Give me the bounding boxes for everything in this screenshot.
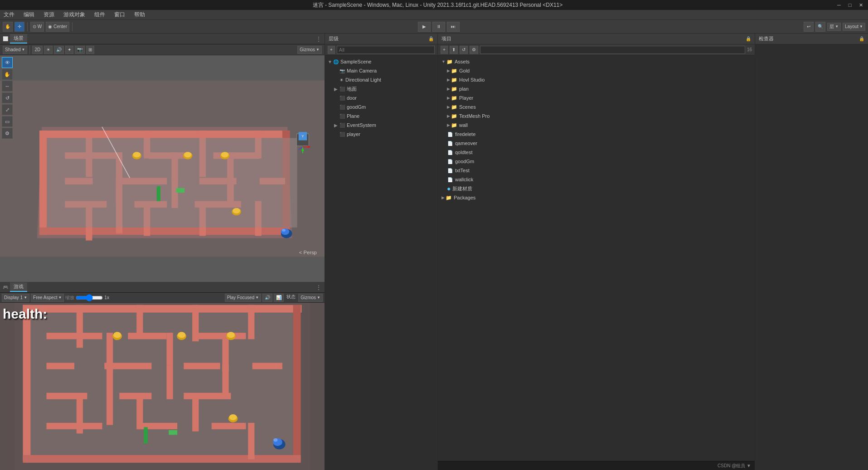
project-search[interactable] xyxy=(480,46,745,54)
scene-canvas[interactable]: Y < Persp 👁 ✋ ↔ ↺ xyxy=(0,55,325,282)
project-item-packages[interactable]: ▶ 📁 Packages xyxy=(438,193,755,202)
audio-button[interactable]: 🔊 xyxy=(54,46,64,54)
hierarchy-tab-label[interactable]: 层级 xyxy=(329,35,339,42)
gizmos-dropdown[interactable]: Gizmos ▼ xyxy=(297,46,322,54)
project-item-gold[interactable]: ▶ 📁 Gold xyxy=(438,66,755,75)
object-icon-eventsystem: ⬛ xyxy=(339,123,345,128)
scene-tool-5[interactable]: ⚙ xyxy=(2,128,13,139)
menu-assets[interactable]: 资源 xyxy=(42,10,56,19)
game-tab[interactable]: 游戏 xyxy=(10,282,27,292)
2d-button[interactable]: 2D xyxy=(32,46,43,54)
maximize-button[interactable]: □ xyxy=(846,1,853,9)
scene-gizmos-button[interactable]: ⊞ xyxy=(86,46,94,54)
menu-edit[interactable]: 编辑 xyxy=(22,10,36,19)
project-refresh-button[interactable]: ↺ xyxy=(460,46,468,54)
shading-dropdown[interactable]: Shaded ▼ xyxy=(3,46,27,54)
scene-tool-4[interactable]: ▭ xyxy=(2,116,13,127)
shading-label: Shaded xyxy=(5,47,20,52)
project-settings-button[interactable]: ⚙ xyxy=(470,46,478,54)
file-icon-firedelete: 📄 xyxy=(447,132,453,137)
play-button[interactable]: ▶ xyxy=(418,22,431,32)
project-item-qameover[interactable]: 📄 qameover xyxy=(438,139,755,148)
game-menu-button[interactable]: ⋮ xyxy=(315,284,322,291)
scene-tool-eye[interactable]: 👁 xyxy=(2,57,13,68)
file-icon-goodgm: 📄 xyxy=(447,159,453,164)
project-item-goodgm-file[interactable]: 📄 goodGm xyxy=(438,157,755,166)
tree-item-eventsystem[interactable]: ▶ ⬛ EventSystem xyxy=(325,121,437,130)
display-dropdown[interactable]: Display 1 ▼ xyxy=(2,294,29,302)
scene-tool-2[interactable]: ↺ xyxy=(2,92,13,103)
project-item-new-material[interactable]: ● 新建材质 xyxy=(438,184,755,193)
menu-file[interactable]: 文件 xyxy=(2,10,16,19)
scene-menu-button[interactable]: ⋮ xyxy=(315,35,322,43)
tree-label-ditu: 地面 xyxy=(347,86,357,92)
tree-item-main-camera[interactable]: 📷 Main Camera xyxy=(325,66,437,75)
tree-item-directional-light[interactable]: ☀ Directional Light xyxy=(325,75,437,84)
effects-button[interactable]: ✦ xyxy=(65,46,73,54)
tool-center[interactable]: ◉ Center xyxy=(46,22,69,32)
scale-slider[interactable] xyxy=(76,295,103,300)
play-focused-dropdown[interactable]: Play Focused ▼ xyxy=(225,294,262,302)
light-icon: ☀ xyxy=(339,78,344,82)
project-item-hovl[interactable]: ▶ 📁 Hovl Studio xyxy=(438,75,755,84)
scene-tool-hand[interactable]: ✋ xyxy=(2,69,13,80)
game-stats-button[interactable]: 📊 xyxy=(274,294,284,302)
layers-label: 层 xyxy=(829,24,834,30)
project-add-button[interactable]: + xyxy=(441,46,448,54)
tree-item-ditu[interactable]: ▶ ⬛ 地面 xyxy=(325,84,437,93)
undo-history-button[interactable]: ↩ xyxy=(804,22,814,32)
window-controls[interactable]: ─ □ ✕ xyxy=(835,1,864,9)
project-item-txttest[interactable]: 📄 txtTest xyxy=(438,166,755,175)
project-item-textmesh[interactable]: ▶ 📁 TextMesh Pro xyxy=(438,111,755,121)
svg-rect-98 xyxy=(144,427,148,443)
tree-item-samplescene[interactable]: ▼ 🌐 SampleScene xyxy=(325,57,437,66)
game-canvas[interactable]: health: xyxy=(0,303,325,470)
pause-button[interactable]: ⏸ xyxy=(432,22,445,32)
menu-window[interactable]: 窗口 xyxy=(112,10,127,19)
close-button[interactable]: ✕ xyxy=(857,1,864,9)
menu-help[interactable]: 帮助 xyxy=(132,10,147,19)
tool-move[interactable]: ✛ xyxy=(15,22,24,32)
menu-component[interactable]: 组件 xyxy=(92,10,107,19)
lighting-button[interactable]: ☀ xyxy=(44,46,53,54)
project-item-wallclick[interactable]: 📄 wallclick xyxy=(438,175,755,184)
tree-item-door[interactable]: ⬛ door xyxy=(325,93,437,102)
minimize-button[interactable]: ─ xyxy=(835,1,843,9)
scene-camera-button[interactable]: 📷 xyxy=(75,46,85,54)
project-item-player-folder[interactable]: ▶ 📁 Player xyxy=(438,93,755,102)
scene-tool-3[interactable]: ⤢ xyxy=(2,104,13,115)
scale-value: 1x xyxy=(104,295,109,300)
search-button[interactable]: 🔍 xyxy=(815,22,825,32)
inspector-tab-label[interactable]: 检查器 xyxy=(759,35,774,42)
inspector-lock[interactable]: 🔒 xyxy=(859,36,864,41)
tree-item-player[interactable]: ⬛ player xyxy=(325,130,437,139)
layers-dropdown[interactable]: 层 ▼ xyxy=(827,23,841,31)
scene-maze-svg: Y < Persp xyxy=(0,55,325,282)
game-gizmos-dropdown[interactable]: Gizmos ▼ xyxy=(298,294,323,302)
aspect-dropdown[interactable]: Free Aspect ▼ xyxy=(31,294,64,302)
project-item-assets[interactable]: ▼ 📁 Assets xyxy=(438,57,755,66)
tree-item-plane[interactable]: ⬛ Plane xyxy=(325,111,437,121)
layout-dropdown[interactable]: Layout ▼ xyxy=(843,23,865,31)
scene-tool-1[interactable]: ↔ xyxy=(2,81,13,92)
tree-item-goodgm[interactable]: ⬛ goodGm xyxy=(325,102,437,111)
hierarchy-search[interactable] xyxy=(337,46,435,54)
hierarchy-add-button[interactable]: + xyxy=(328,46,335,54)
tool-hand[interactable]: ✋ xyxy=(3,22,13,32)
game-sound-button[interactable]: 🔊 xyxy=(262,294,272,302)
project-item-plan[interactable]: ▶ 📁 plan xyxy=(438,84,755,93)
scene-tab[interactable]: 场景 xyxy=(10,34,27,44)
scene-left-toolbar: 👁 ✋ ↔ ↺ ⤢ ▭ ⚙ xyxy=(2,57,13,139)
tool-pivot[interactable]: ⊙ W xyxy=(30,22,44,32)
step-button[interactable]: ⏭ xyxy=(447,22,460,32)
project-item-wall[interactable]: ▶ 📁 wall xyxy=(438,121,755,130)
project-tab-label[interactable]: 项目 xyxy=(441,35,451,42)
project-item-firedelete[interactable]: 📄 firedelete xyxy=(438,130,755,139)
hierarchy-lock[interactable]: 🔒 xyxy=(428,36,434,41)
project-item-qoldtest[interactable]: 📄 qoldtest xyxy=(438,148,755,157)
project-item-scenes[interactable]: ▶ 📁 Scenes xyxy=(438,102,755,111)
menu-gameobject[interactable]: 游戏对象 xyxy=(62,10,87,19)
scene-icon: 🌐 xyxy=(333,59,339,64)
project-lock[interactable]: 🔒 xyxy=(746,36,751,41)
project-import-button[interactable]: ⬆ xyxy=(450,46,458,54)
